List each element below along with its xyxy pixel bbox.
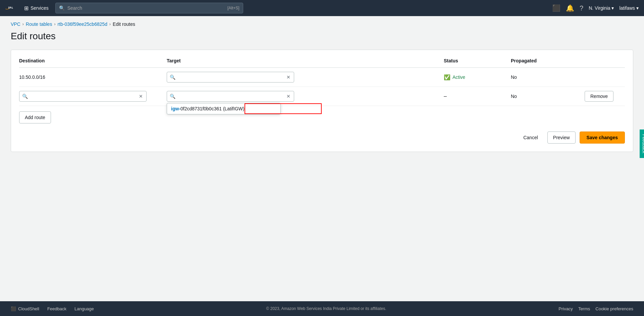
row1-status-text: Active	[452, 74, 465, 80]
page-title: Edit routes	[0, 30, 644, 50]
header-status: Status	[444, 58, 511, 63]
cloudshell-icon-btn[interactable]: ⬛	[552, 4, 560, 12]
row2-dest-search-icon: 🔍	[22, 94, 28, 99]
remove-button[interactable]: Remove	[585, 91, 613, 102]
breadcrumb-route-tables[interactable]: Route tables	[26, 21, 52, 27]
table-header: Destination Target Status Propagated	[19, 58, 625, 68]
header-propagated: Propagated	[511, 58, 585, 63]
breadcrumb-current: Edit routes	[113, 21, 135, 27]
check-circle-icon: ✅	[444, 74, 450, 81]
breadcrumb-sep-3: ›	[109, 22, 111, 27]
header-destination: Destination	[19, 58, 167, 63]
row1-target-input-wrapper[interactable]: 🔍 local ✕	[167, 72, 294, 83]
row1-status-active: ✅ Active	[444, 74, 465, 81]
search-shortcut: [Alt+S]	[227, 6, 239, 10]
table-row-2: 🔍 0.0.0.0/0 ✕ 🔍 igw- ✕ igw-0f2cd8731f0b0…	[19, 87, 625, 106]
breadcrumb: VPC › Route tables › rtb-036f59ee25cb682…	[0, 16, 644, 30]
aws-logo	[5, 2, 17, 14]
row1-propagated: No	[511, 74, 585, 80]
search-icon: 🔍	[59, 5, 65, 11]
feedback-tab[interactable]: Feedback	[640, 129, 644, 158]
cancel-button[interactable]: Cancel	[518, 133, 543, 142]
row2-destination-input-wrapper[interactable]: 🔍 0.0.0.0/0 ✕	[19, 91, 147, 102]
help-btn[interactable]: ?	[580, 4, 583, 12]
preview-button[interactable]: Preview	[547, 131, 576, 144]
breadcrumb-vpc[interactable]: VPC	[11, 21, 20, 27]
breadcrumb-sep-1: ›	[22, 22, 24, 27]
nav-right: ⬛ 🔔 ? N. Virginia ▾ latifaws ▾	[552, 4, 639, 12]
main-card: Destination Target Status Propagated 10.…	[11, 50, 633, 152]
red-highlight-box	[245, 103, 322, 114]
row2-target-input-wrapper[interactable]: 🔍 igw- ✕	[167, 91, 294, 102]
row2-target-input[interactable]: igw-	[177, 94, 284, 99]
row2-target-search-icon: 🔍	[170, 94, 175, 99]
services-label: Services	[31, 5, 49, 11]
header-target: Target	[167, 58, 444, 63]
help-icon: ?	[580, 4, 583, 12]
save-changes-button[interactable]: Save changes	[580, 131, 625, 144]
top-nav: ⊞ Services 🔍 [Alt+S] ⬛ 🔔 ? N. Virginia ▾…	[0, 0, 644, 16]
row2-propagated: No	[511, 94, 585, 99]
header-actions	[585, 58, 625, 63]
grid-icon: ⊞	[24, 5, 29, 11]
row2-target-clear-btn[interactable]: ✕	[286, 94, 291, 99]
notifications-btn[interactable]: 🔔	[566, 4, 574, 12]
row1-target-input[interactable]: local	[177, 74, 284, 80]
user-menu[interactable]: latifaws ▾	[619, 5, 639, 11]
row2-target-cell: 🔍 igw- ✕ igw-0f2cd8731f0b0c361 (LatifIGW…	[167, 91, 444, 102]
breadcrumb-sep-2: ›	[54, 22, 55, 27]
row1-clear-btn[interactable]: ✕	[286, 75, 291, 80]
terminal-icon: ⬛	[552, 4, 560, 12]
row1-status: ✅ Active	[444, 74, 511, 81]
row1-destination-value: 10.50.0.0/16	[19, 74, 45, 80]
target-dropdown-menu: igw-0f2cd8731f0b0c361 (LatifIGW)	[167, 103, 281, 114]
row2-destination-cell: 🔍 0.0.0.0/0 ✕	[19, 91, 167, 102]
region-selector[interactable]: N. Virginia ▾	[589, 5, 614, 11]
row1-search-icon: 🔍	[170, 74, 175, 80]
dropdown-item-highlight: igw-	[171, 106, 180, 111]
row1-destination: 10.50.0.0/16	[19, 74, 167, 80]
add-route-button[interactable]: Add route	[19, 111, 51, 123]
breadcrumb-rtb-id[interactable]: rtb-036f59ee25cb6825d	[57, 21, 107, 27]
row2-status: –	[444, 93, 511, 99]
table-row-1: 10.50.0.0/16 🔍 local ✕ ✅ Active No	[19, 68, 625, 87]
dropdown-item-rest: 0f2cd8731f0b0c361 (LatifIGW)	[180, 106, 245, 111]
dropdown-item-igw[interactable]: igw-0f2cd8731f0b0c361 (LatifIGW)	[167, 103, 280, 114]
row2-destination-input[interactable]: 0.0.0.0/0	[30, 94, 136, 99]
row2-dest-clear-btn[interactable]: ✕	[138, 94, 144, 99]
search-bar[interactable]: 🔍 [Alt+S]	[55, 3, 243, 13]
bell-icon: 🔔	[566, 4, 574, 12]
row2-action-cell: Remove	[585, 91, 625, 102]
services-button[interactable]: ⊞ Services	[21, 4, 51, 13]
search-input[interactable]	[67, 5, 225, 11]
row1-target-cell: 🔍 local ✕	[167, 72, 444, 83]
row2-status-dash: –	[444, 93, 447, 99]
action-bar: Cancel Preview Save changes	[19, 131, 625, 144]
row2-target-dropdown-wrapper: 🔍 igw- ✕ igw-0f2cd8731f0b0c361 (LatifIGW…	[167, 91, 294, 102]
